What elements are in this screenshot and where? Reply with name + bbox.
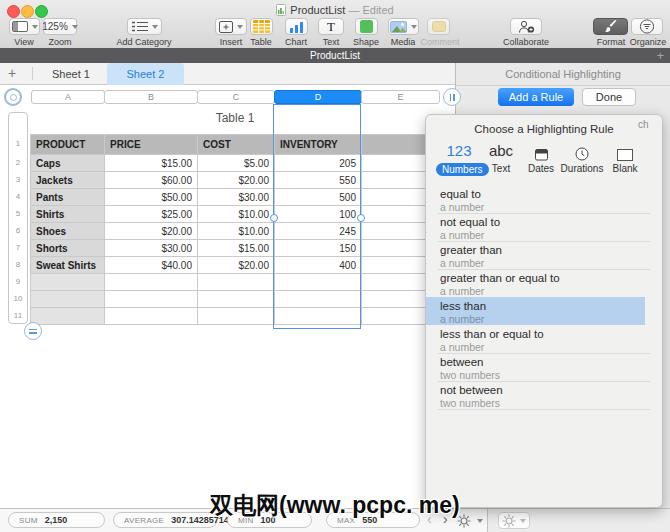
header-cell[interactable]: PRODUCT <box>31 135 105 155</box>
column-header-d-selected[interactable]: D <box>274 90 362 104</box>
row-number[interactable]: 8 <box>8 260 28 269</box>
table-cell[interactable]: Shirts <box>31 206 105 223</box>
rule-greater-than-or-equal-to[interactable]: greater than or equal to a number <box>426 269 664 297</box>
table-cell[interactable]: $15.00 <box>105 155 198 172</box>
table-cell[interactable] <box>198 308 275 325</box>
row-number[interactable]: 3 <box>8 175 28 184</box>
rule-equal-to[interactable]: equal to a number <box>426 185 664 213</box>
zoom-button[interactable]: 125% <box>43 18 77 35</box>
column-header-c[interactable]: C <box>197 90 275 104</box>
insert-button[interactable] <box>215 18 247 35</box>
table-button[interactable] <box>250 18 273 35</box>
table-cell[interactable]: $15.00 <box>198 240 275 257</box>
view-button[interactable] <box>9 18 40 35</box>
table-cell[interactable]: $10.00 <box>198 206 275 223</box>
table-cell[interactable]: $50.00 <box>105 189 198 206</box>
panel-gear-button[interactable] <box>498 512 530 529</box>
collaborate-button[interactable] <box>510 18 542 35</box>
header-cell[interactable]: PRICE <box>105 135 198 155</box>
sum-stat[interactable]: SUM 2,150 <box>8 512 105 528</box>
rule-less-than-or-equal-to[interactable]: less than or equal to a number <box>426 325 664 353</box>
column-resize-handle[interactable] <box>443 88 461 106</box>
tab-dates[interactable]: Dates <box>518 141 564 174</box>
tab-durations[interactable]: Durations <box>559 141 605 174</box>
rule-between[interactable]: between two numbers <box>426 353 664 381</box>
table-cell[interactable]: Caps <box>31 155 105 172</box>
row-number[interactable]: 4 <box>8 192 28 201</box>
done-button[interactable]: Done <box>582 88 636 106</box>
add-sheet-button[interactable]: + <box>8 65 16 81</box>
average-stat[interactable]: AVERAGE 307.142857143 <box>113 512 217 528</box>
table-cell[interactable] <box>105 274 198 291</box>
table-cell[interactable]: $20.00 <box>198 257 275 274</box>
media-button[interactable] <box>388 18 419 35</box>
table-cell[interactable]: 500 <box>275 189 362 206</box>
chart-button[interactable] <box>285 18 308 35</box>
table-cell[interactable]: Pants <box>31 189 105 206</box>
table-cell[interactable] <box>31 274 105 291</box>
table-cell[interactable] <box>275 291 362 308</box>
add-sheet-icon[interactable]: + <box>656 48 664 63</box>
column-header-a[interactable]: A <box>31 90 105 104</box>
table-cell[interactable]: $30.00 <box>198 189 275 206</box>
table-cell[interactable]: $40.00 <box>105 257 198 274</box>
header-cell[interactable]: COST <box>198 135 275 155</box>
table-cell[interactable] <box>198 274 275 291</box>
table-cell[interactable]: $10.00 <box>198 223 275 240</box>
table-cell[interactable]: Shoes <box>31 223 105 240</box>
table-cell[interactable]: $5.00 <box>198 155 275 172</box>
table-cell[interactable]: 550 <box>275 172 362 189</box>
row-number[interactable]: 11 <box>8 311 28 320</box>
table-handle[interactable] <box>4 88 22 106</box>
column-header-b[interactable]: B <box>104 90 198 104</box>
add-rows-handle[interactable] <box>24 322 42 340</box>
media-label: Media <box>391 37 416 47</box>
column-header-e[interactable]: E <box>361 90 440 104</box>
table-cell[interactable]: $20.00 <box>198 172 275 189</box>
table-title[interactable]: Table 1 <box>30 111 440 125</box>
table-cell[interactable] <box>275 274 362 291</box>
tab-sheet-1[interactable]: Sheet 1 <box>42 63 100 85</box>
row-number[interactable]: 2 <box>8 158 28 167</box>
table-cell[interactable]: Shorts <box>31 240 105 257</box>
table-cell[interactable]: 100 <box>275 206 362 223</box>
selection-handle-left[interactable] <box>270 214 278 222</box>
rule-less-than-selected[interactable]: less than a number <box>426 297 645 325</box>
row-number[interactable]: 1 <box>8 139 28 148</box>
table-cell[interactable]: 205 <box>275 155 362 172</box>
table-cell[interactable]: $25.00 <box>105 206 198 223</box>
table-cell[interactable]: 150 <box>275 240 362 257</box>
table-cell[interactable] <box>275 308 362 325</box>
table-cell[interactable] <box>31 308 105 325</box>
header-cell[interactable]: INVENTORY <box>275 135 362 155</box>
table-cell[interactable]: 400 <box>275 257 362 274</box>
shape-button[interactable] <box>355 18 378 35</box>
organize-button[interactable] <box>631 18 663 35</box>
rule-not-equal-to[interactable]: not equal to a number <box>426 213 664 241</box>
table-cell[interactable]: 245 <box>275 223 362 240</box>
format-button[interactable] <box>593 18 628 35</box>
table-cell[interactable]: $60.00 <box>105 172 198 189</box>
selection-handle-right[interactable] <box>357 214 365 222</box>
add-a-rule-button[interactable]: Add a Rule <box>498 88 574 106</box>
table-cell[interactable] <box>105 291 198 308</box>
table-cell[interactable]: Jackets <box>31 172 105 189</box>
table-cell[interactable] <box>198 291 275 308</box>
table-cell[interactable]: $20.00 <box>105 223 198 240</box>
add-category-button[interactable] <box>127 18 162 35</box>
row-number[interactable]: 9 <box>8 277 28 286</box>
tab-sheet-2[interactable]: Sheet 2 <box>107 63 184 85</box>
tab-blank[interactable]: Blank <box>602 141 648 174</box>
table-cell[interactable] <box>105 308 198 325</box>
tab-numbers[interactable]: 123 Numbers <box>436 141 482 176</box>
table-cell[interactable]: $30.00 <box>105 240 198 257</box>
text-button[interactable]: T <box>318 18 344 35</box>
row-number[interactable]: 6 <box>8 226 28 235</box>
row-number[interactable]: 5 <box>8 209 28 218</box>
table-cell[interactable]: Sweat Shirts <box>31 257 105 274</box>
row-number[interactable]: 7 <box>8 243 28 252</box>
rule-greater-than[interactable]: greater than a number <box>426 241 664 269</box>
row-number[interactable]: 10 <box>8 294 28 303</box>
table-cell[interactable] <box>31 291 105 308</box>
rule-not-between[interactable]: not between two numbers <box>426 381 664 409</box>
